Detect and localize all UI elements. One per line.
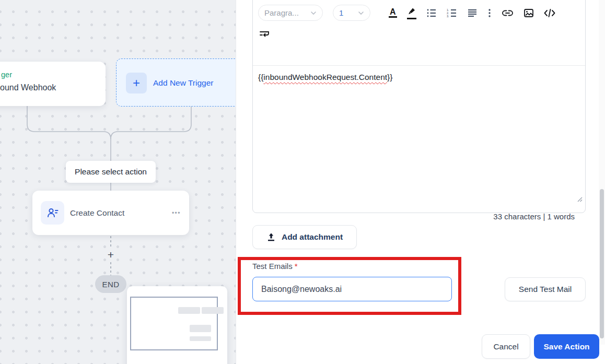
action-card-title: Create Contact: [70, 191, 124, 235]
resize-handle[interactable]: [575, 195, 583, 202]
chevron-down-icon: [358, 11, 364, 15]
add-attachment-label: Add attachment: [282, 232, 343, 242]
chevron-down-icon: [310, 11, 317, 15]
align-icon: [467, 8, 478, 18]
minimap-node: [202, 307, 224, 314]
cancel-label: Cancel: [493, 342, 518, 351]
paragraph-format-select[interactable]: Paragra...: [258, 5, 323, 21]
cancel-button[interactable]: Cancel: [482, 334, 530, 359]
bullet-list-button[interactable]: [426, 8, 437, 18]
select-action-hint: Please select action: [66, 161, 156, 183]
trigger-card-inbound-webhook[interactable]: ger ound Webhook: [0, 62, 106, 106]
text-wrap-button[interactable]: [259, 29, 270, 39]
template-brace-close: }}: [387, 73, 392, 81]
text-color-icon: A: [389, 8, 397, 18]
plus-glyph: +: [133, 77, 140, 89]
action-card-create-contact[interactable]: Create Contact •••: [32, 191, 189, 235]
email-body-editor[interactable]: {{inboundWebhookRequest.Content}}: [253, 66, 585, 205]
contact-icon: [41, 201, 64, 225]
add-new-trigger-button[interactable]: + Add New Trigger: [116, 58, 253, 107]
highlight-button[interactable]: [407, 7, 416, 19]
save-action-button[interactable]: Save Action: [534, 334, 599, 359]
trigger-category-label: ger: [1, 71, 12, 79]
upload-icon: [266, 232, 276, 242]
action-settings-panel: Paragra... 1 A: [236, 0, 605, 364]
add-attachment-button[interactable]: Add attachment: [252, 225, 357, 249]
workflow-minimap[interactable]: [127, 286, 227, 364]
minimap-viewport[interactable]: [130, 297, 218, 350]
editor-toolbar: Paragra... 1 A: [253, 5, 585, 66]
character-counter: 33 characters | 1 words: [253, 205, 585, 228]
bullet-list-icon: [426, 8, 437, 18]
end-badge: END: [95, 275, 126, 293]
send-test-mail-label: Send Test Mail: [519, 285, 572, 294]
text-color-button[interactable]: A: [389, 8, 397, 18]
highlighter-icon: [407, 7, 416, 19]
svg-text:3.: 3.: [447, 15, 449, 18]
add-step-button[interactable]: +: [104, 249, 117, 261]
rich-text-editor: Paragra... 1 A: [252, 0, 586, 213]
image-icon: [523, 8, 534, 18]
send-test-mail-button[interactable]: Send Test Mail: [505, 277, 586, 301]
align-button[interactable]: [467, 8, 478, 18]
workflow-canvas[interactable]: ger ound Webhook + Add New Trigger Pleas…: [0, 0, 236, 364]
insert-image-button[interactable]: [523, 8, 534, 18]
insert-link-button[interactable]: [502, 8, 514, 18]
test-emails-label-text: Test Emails: [252, 262, 293, 271]
code-view-button[interactable]: [544, 8, 555, 18]
minimap-node: [178, 307, 200, 314]
minimap-node: [190, 325, 211, 332]
link-icon: [502, 8, 514, 18]
counter-text: 33 characters | 1 words: [493, 212, 575, 221]
plus-icon: +: [126, 73, 147, 93]
numbered-list-icon: 1. 2. 3.: [447, 8, 457, 18]
text-wrap-icon: [259, 29, 270, 39]
template-token: inboundWebhookRequest.Content: [263, 73, 387, 81]
scrollbar-thumb[interactable]: [600, 189, 604, 338]
email-action-editor-screen: ger ound Webhook + Add New Trigger Pleas…: [0, 0, 605, 364]
numbered-list-button[interactable]: 1. 2. 3.: [447, 8, 457, 18]
trigger-title: ound Webhook: [0, 83, 56, 92]
test-emails-input[interactable]: [252, 277, 452, 301]
test-emails-label: Test Emails*: [252, 262, 298, 271]
format-select-value: Paragra...: [264, 8, 299, 17]
more-options-button[interactable]: [487, 8, 492, 18]
save-action-label: Save Action: [543, 342, 589, 351]
required-asterisk: *: [295, 262, 298, 271]
font-size-select[interactable]: 1: [333, 5, 370, 21]
minimap-node: [190, 336, 211, 341]
code-icon: [544, 8, 555, 18]
size-select-value: 1: [339, 8, 343, 17]
template-brace-open: {{: [258, 73, 263, 81]
add-new-trigger-label: Add New Trigger: [153, 59, 213, 107]
card-menu-button[interactable]: •••: [172, 209, 181, 217]
more-vertical-icon: [487, 8, 492, 18]
